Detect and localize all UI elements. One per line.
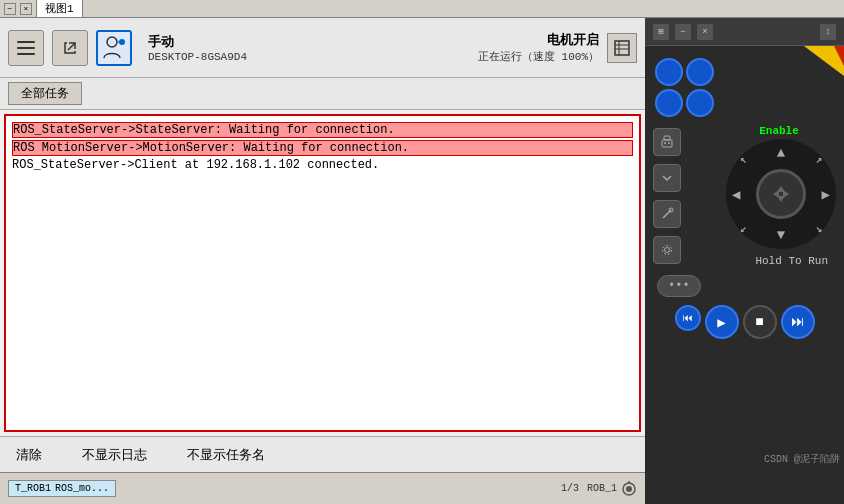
toolbar-right: [607, 33, 637, 63]
log-area: ROS_StateServer->StateServer: Waiting fo…: [4, 114, 641, 432]
svg-point-16: [664, 142, 666, 144]
page-indicator-area: 1/3: [561, 483, 579, 494]
svg-rect-2: [17, 53, 35, 55]
svg-point-4: [107, 37, 117, 47]
three-dots-button[interactable]: •••: [657, 275, 701, 297]
svg-point-5: [119, 39, 125, 45]
hide-log-button[interactable]: 不显示日志: [82, 446, 147, 464]
svg-rect-14: [662, 140, 672, 147]
motor-status: 电机开启: [547, 31, 599, 49]
ctrl-btn-d[interactable]: [686, 89, 714, 117]
ctrl-btn-b[interactable]: [686, 58, 714, 86]
enable-label: Enable: [759, 125, 803, 137]
dpad-downright[interactable]: ↘: [815, 222, 822, 235]
status-bar: T_ROB1 ROS_mo... 1/3 ROB_1: [0, 472, 645, 504]
log-line-1: ROS_StateServer->StateServer: Waiting fo…: [12, 122, 633, 138]
bottom-toolbar: 清除 不显示日志 不显示任务名: [0, 436, 645, 472]
robot-id-area: ROB_1: [587, 481, 637, 497]
bottom-ctrl-btns: ⏮ ▶ ■ ⏭: [675, 305, 815, 339]
hold-to-run-label: Hold To Run: [755, 255, 836, 267]
ctrl-prev-btn[interactable]: ⏮: [675, 305, 701, 331]
motor-status-area: 电机开启 正在运行（速度 100%）: [382, 31, 600, 64]
ctrl-tool-icon[interactable]: [653, 200, 681, 228]
dpad-upleft[interactable]: ↖: [740, 153, 747, 166]
right-panel: ⊞ − × ↕: [645, 18, 844, 504]
tasks-button[interactable]: 全部任务: [8, 82, 82, 105]
left-panel: 手动 DESKTOP-8GSA9D4 电机开启 正在运行（速度 100%）: [0, 18, 645, 504]
ctrl-close-icon[interactable]: ×: [697, 24, 713, 40]
log-line-2: ROS MotionServer->MotionServer: Waiting …: [12, 140, 633, 156]
title-bar: − × 视图1: [0, 0, 844, 18]
svg-line-3: [68, 43, 75, 50]
main-content: 手动 DESKTOP-8GSA9D4 电机开启 正在运行（速度 100%）: [0, 18, 844, 504]
svg-point-12: [626, 486, 632, 492]
ctrl-arrow-icon[interactable]: [653, 164, 681, 192]
running-status: 正在运行（速度 100%）: [478, 49, 599, 64]
page-fraction: 1/3: [561, 483, 579, 494]
expand-button[interactable]: [52, 30, 88, 66]
minimize-icon[interactable]: −: [4, 3, 16, 15]
tab-view1[interactable]: 视图1: [36, 0, 83, 18]
robot-icon: [621, 481, 637, 497]
ctrl-btn-a[interactable]: [655, 58, 683, 86]
side-icons-left: [653, 128, 681, 264]
toolbar-info: 手动 DESKTOP-8GSA9D4: [140, 29, 374, 67]
svg-rect-0: [17, 41, 35, 43]
dpad-right[interactable]: ▶: [822, 186, 830, 203]
ctrl-grid-icon[interactable]: ⊞: [653, 24, 669, 40]
ctrl-min-icon[interactable]: −: [675, 24, 691, 40]
dpad-center[interactable]: [756, 169, 806, 219]
ctrl-right-icons: ↕: [820, 24, 836, 40]
mode-label: 手动: [148, 33, 366, 51]
menu-button[interactable]: [8, 30, 44, 66]
ctrl-topbar-icons: ⊞ − ×: [653, 24, 713, 40]
tasks-row: 全部任务: [0, 78, 645, 110]
ctrl-expand-icon[interactable]: ↕: [820, 24, 836, 40]
controller-body: Enable ▲ ▼ ◀ ▶ ↖ ↗ ↙ ↘: [645, 46, 844, 504]
svg-point-20: [665, 248, 670, 253]
clear-button[interactable]: 清除: [16, 446, 42, 464]
dpad-up[interactable]: ▲: [777, 145, 785, 161]
ctrl-stop-btn[interactable]: ■: [743, 305, 777, 339]
svg-rect-7: [615, 41, 629, 55]
controller-topbar: ⊞ − × ↕: [645, 18, 844, 46]
hide-task-button[interactable]: 不显示任务名: [187, 446, 265, 464]
title-bar-icons: − ×: [4, 3, 32, 15]
dpad-left[interactable]: ◀: [732, 186, 740, 203]
svg-point-17: [668, 142, 670, 144]
dpad-area: ▲ ▼ ◀ ▶ ↖ ↗ ↙ ↘: [726, 139, 836, 249]
module-label: ROS_mo...: [55, 483, 109, 494]
top-btn-row2: [655, 89, 714, 117]
dpad-downleft[interactable]: ↙: [740, 222, 747, 235]
device-label: DESKTOP-8GSA9D4: [148, 51, 366, 63]
dpad-down[interactable]: ▼: [777, 227, 785, 243]
svg-rect-15: [664, 136, 670, 140]
toolbar: 手动 DESKTOP-8GSA9D4 电机开启 正在运行（速度 100%）: [0, 18, 645, 78]
settings-icon-box[interactable]: [607, 33, 637, 63]
status-right: 1/3 ROB_1: [561, 481, 637, 497]
close-icon[interactable]: ×: [20, 3, 32, 15]
robot-id: ROB_1: [587, 483, 617, 494]
ctrl-btn-c[interactable]: [655, 89, 683, 117]
svg-point-21: [663, 246, 672, 255]
user-button[interactable]: [96, 30, 132, 66]
ctrl-play-btn[interactable]: ▶: [705, 305, 739, 339]
dpad-container: Enable ▲ ▼ ◀ ▶ ↖ ↗ ↙ ↘: [726, 125, 836, 267]
dpad-upright[interactable]: ↗: [815, 153, 822, 166]
robot-label: T_ROB1: [15, 483, 51, 494]
ctrl-gear-icon[interactable]: [653, 236, 681, 264]
top-btn-row1: [655, 58, 714, 86]
robot-status-item[interactable]: T_ROB1 ROS_mo...: [8, 480, 116, 497]
svg-rect-1: [17, 47, 35, 49]
watermark: CSDN @泥子陷阱: [764, 452, 840, 466]
log-line-3: ROS_StateServer->Client at 192.168.1.102…: [12, 158, 633, 172]
top-btn-col1: [655, 58, 714, 117]
middle-section: Enable ▲ ▼ ◀ ▶ ↖ ↗ ↙ ↘: [649, 121, 840, 271]
ctrl-next-btn[interactable]: ⏭: [781, 305, 815, 339]
ctrl-robot-icon[interactable]: [653, 128, 681, 156]
top-btn-group: [649, 58, 714, 117]
